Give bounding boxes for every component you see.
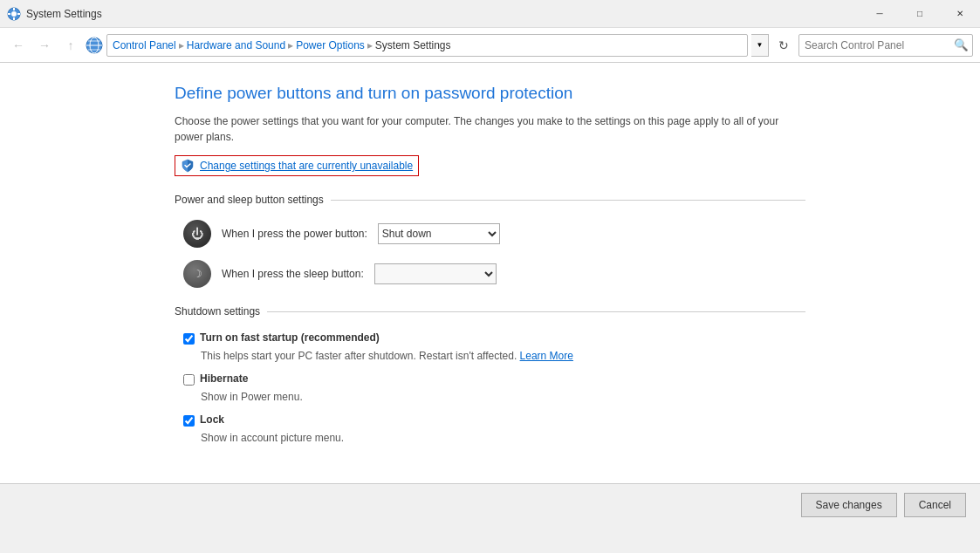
page-title: Define power buttons and turn on passwor… (175, 84, 805, 103)
change-settings-text: Change settings that are currently unava… (200, 160, 413, 172)
search-box[interactable]: 🔍 (798, 34, 973, 57)
hibernate-label: Hibernate (200, 372, 248, 385)
shutdown-label: Shutdown settings (175, 305, 260, 317)
svg-rect-5 (17, 13, 20, 15)
title-bar: System Settings ─ □ ✕ (0, 0, 980, 28)
address-power-options[interactable]: Power Options (296, 39, 365, 51)
button-settings: ⏻ When I press the power button: Shut do… (175, 220, 805, 288)
svg-rect-3 (13, 17, 15, 20)
fast-startup-row: Turn on fast startup (recommended) (183, 331, 805, 345)
sleep-button-select[interactable] (374, 263, 497, 284)
window-controls: ─ □ ✕ (860, 0, 980, 28)
fast-startup-desc: This helps start your PC faster after sh… (201, 348, 805, 364)
address-current: System Settings (375, 39, 451, 51)
back-button[interactable]: ← (7, 34, 30, 57)
power-button-label: When I press the power button: (222, 228, 367, 240)
hibernate-row: Hibernate (183, 372, 805, 386)
power-icon: ⏻ (183, 220, 211, 248)
lock-row: Lock (183, 413, 805, 427)
shield-icon (181, 159, 195, 173)
window-title: System Settings (26, 8, 102, 20)
address-hardware-sound[interactable]: Hardware and Sound (187, 39, 285, 51)
location-icon (86, 37, 103, 54)
svg-rect-4 (8, 13, 10, 15)
main-content: Define power buttons and turn on passwor… (0, 63, 980, 525)
lock-checkbox[interactable] (183, 415, 195, 427)
address-dropdown-button[interactable]: ▼ (751, 34, 769, 57)
sleep-icon: ☽ (183, 260, 211, 288)
fast-startup-label: Turn on fast startup (recommended) (200, 331, 380, 344)
shutdown-section-header: Shutdown settings (175, 305, 805, 317)
learn-more-link[interactable]: Learn More (520, 350, 573, 362)
maximize-button[interactable]: □ (900, 0, 940, 28)
search-button[interactable]: 🔍 (949, 34, 972, 57)
window-icon (7, 7, 21, 21)
minimize-button[interactable]: ─ (860, 0, 900, 28)
forward-button[interactable]: → (33, 34, 56, 57)
address-bar[interactable]: Control Panel ▸ Hardware and Sound ▸ Pow… (106, 34, 748, 57)
bottom-bar: Save changes Cancel (0, 483, 980, 525)
sleep-button-row: ☽ When I press the sleep button: (183, 260, 805, 288)
refresh-button[interactable]: ↻ (772, 34, 795, 57)
sleep-button-label: When I press the sleep button: (222, 268, 364, 280)
svg-point-1 (11, 11, 17, 17)
power-button-row: ⏻ When I press the power button: Shut do… (183, 220, 805, 248)
fast-startup-checkbox[interactable] (183, 333, 195, 345)
up-button[interactable]: ↑ (59, 34, 82, 57)
close-button[interactable]: ✕ (940, 0, 980, 28)
page-description: Choose the power settings that you want … (175, 113, 805, 145)
hibernate-desc: Show in Power menu. (201, 389, 805, 405)
content-area: Define power buttons and turn on passwor… (0, 63, 980, 483)
shutdown-divider-line (267, 311, 805, 312)
cancel-button[interactable]: Cancel (904, 493, 966, 517)
lock-desc: Show in account picture menu. (201, 430, 805, 446)
save-button[interactable]: Save changes (801, 493, 897, 517)
power-sleep-section-header: Power and sleep button settings (175, 194, 805, 206)
shutdown-settings: Turn on fast startup (recommended) This … (175, 331, 805, 446)
section-divider-line (331, 200, 805, 201)
address-control-panel[interactable]: Control Panel (113, 39, 176, 51)
svg-rect-2 (13, 8, 15, 10)
navigation-bar: ← → ↑ Control Panel ▸ Hardware and Sound… (0, 28, 980, 63)
lock-label: Lock (200, 413, 224, 426)
search-input[interactable] (799, 39, 949, 51)
change-settings-link[interactable]: Change settings that are currently unava… (175, 155, 419, 176)
hibernate-checkbox[interactable] (183, 374, 195, 386)
power-sleep-label: Power and sleep button settings (175, 194, 324, 206)
power-button-select[interactable]: Shut down Do nothing Sleep Hibernate Tur… (378, 223, 500, 244)
